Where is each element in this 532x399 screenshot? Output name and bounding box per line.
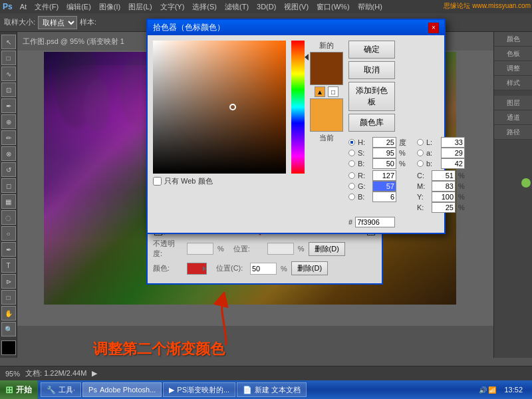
a-input[interactable] xyxy=(441,148,465,158)
green-radio[interactable] xyxy=(348,183,355,190)
b-radio[interactable] xyxy=(417,160,424,167)
web-safe-icon[interactable]: □ xyxy=(328,86,338,97)
menu-layer[interactable]: 图层(L) xyxy=(125,1,155,13)
l-input[interactable] xyxy=(441,137,465,148)
add-to-swatches-button[interactable]: 添加到色板 xyxy=(348,82,395,111)
y-input[interactable] xyxy=(432,192,456,202)
a-radio[interactable] xyxy=(417,150,424,156)
taskbar-item-gradient[interactable]: ▶ PS渐变映射的... xyxy=(163,382,235,397)
eyedropper-tool[interactable]: ✒ xyxy=(1,98,16,113)
eraser-tool[interactable]: ◻ xyxy=(1,178,16,193)
taskbar: ⊞ 开始 🔧 工具· Ps Adobe Photosh... ▶ PS渐变映射的… xyxy=(0,380,532,399)
blur-tool[interactable]: ◌ xyxy=(1,210,16,225)
hue-input[interactable]: 25 xyxy=(372,137,396,148)
menu-edit[interactable]: 编辑(E) xyxy=(63,1,94,13)
web-color-checkbox[interactable] xyxy=(153,177,162,186)
dodge-tool[interactable]: ○ xyxy=(1,226,16,241)
menu-select[interactable]: 选择(S) xyxy=(189,1,220,13)
delete-color-button[interactable]: 删除(D) xyxy=(291,261,328,275)
m-input[interactable] xyxy=(432,181,456,192)
menu-view[interactable]: 视图(V) xyxy=(281,1,312,13)
taskbar-item-tools[interactable]: 🔧 工具· xyxy=(41,382,81,397)
color-library-button[interactable]: 颜色库 xyxy=(348,114,395,132)
hue-slider[interactable] xyxy=(291,41,305,174)
fg-color[interactable] xyxy=(1,340,16,355)
menu-window[interactable]: 窗口(W%) xyxy=(313,1,353,13)
history-brush[interactable]: ↺ xyxy=(1,162,16,177)
adjustments-panel[interactable]: 调整 xyxy=(494,61,532,76)
status-bar: 95% 文档: 1.22M/2.44M ▶ xyxy=(0,366,532,380)
pen-tool[interactable]: ✒ xyxy=(1,242,16,257)
gamut-warning-icon[interactable]: ▲ xyxy=(315,86,325,97)
layers-panel[interactable]: 图层 xyxy=(494,96,532,110)
shape-tool[interactable]: □ xyxy=(1,290,16,305)
hsb-rgb-column: H: 25 度 S: 95 % B: 5 xyxy=(348,137,406,213)
new-color-label: 新的 xyxy=(310,41,343,51)
menu-file[interactable]: 文件(F) xyxy=(31,1,62,13)
color-stop-swatch[interactable] xyxy=(187,263,207,275)
c-input[interactable] xyxy=(432,170,456,181)
red-radio[interactable] xyxy=(348,172,355,179)
marquee-tool[interactable]: □ xyxy=(1,51,16,65)
blue-radio[interactable] xyxy=(348,194,355,200)
brightness-input[interactable]: 50 xyxy=(372,158,396,169)
opacity-input[interactable] xyxy=(187,243,213,255)
path-select[interactable]: ⊳ xyxy=(1,274,16,289)
cancel-button[interactable]: 取消 xyxy=(348,61,395,79)
dialog-close-button[interactable]: × xyxy=(428,23,439,33)
clone-tool[interactable]: ⊗ xyxy=(1,146,16,161)
red-input[interactable] xyxy=(372,170,396,181)
menu-filter[interactable]: 滤镜(T) xyxy=(221,1,252,13)
current-color-label: 当前 xyxy=(310,133,343,143)
menu-3d[interactable]: 3D(D) xyxy=(253,2,279,11)
ok-button[interactable]: 确定 xyxy=(348,41,395,59)
a-label: a: xyxy=(426,149,438,157)
menu-type[interactable]: 文字(Y) xyxy=(157,1,188,13)
a-row: a: xyxy=(417,148,465,158)
hue-slider-container xyxy=(291,41,305,174)
hue-radio[interactable] xyxy=(348,139,355,146)
color-panel2[interactable]: 色板 xyxy=(494,47,532,61)
blue-row: B: xyxy=(348,192,406,202)
start-button[interactable]: ⊞ 开始 xyxy=(0,380,38,399)
green-row: G: xyxy=(348,181,406,192)
menu-image[interactable]: 图像(I) xyxy=(96,1,124,13)
color-swatch-arrow xyxy=(203,266,206,271)
l-radio[interactable] xyxy=(417,139,424,146)
sample-size-select[interactable]: 取样点 xyxy=(38,16,77,29)
menu-help[interactable]: 帮助(H) xyxy=(354,1,386,13)
lasso-tool[interactable]: ∿ xyxy=(1,66,16,81)
crop-tool[interactable]: ⊡ xyxy=(1,82,16,97)
color-position-input[interactable] xyxy=(250,263,277,275)
blue-input[interactable] xyxy=(372,192,396,202)
style-panel[interactable]: 样式 xyxy=(494,76,532,90)
annotation-container: 调整第二个渐变颜色 xyxy=(93,339,225,359)
type-tool[interactable]: T xyxy=(1,258,16,273)
paths-panel[interactable]: 路径 xyxy=(494,125,532,140)
taskbar-item-newdoc[interactable]: 📄 新建 文本文档 xyxy=(237,382,307,397)
hex-input[interactable]: 7f3906 xyxy=(355,217,395,227)
k-input[interactable] xyxy=(432,202,456,213)
green-input[interactable] xyxy=(372,181,396,192)
channels-panel[interactable]: 通道 xyxy=(494,110,532,125)
brightness-radio[interactable] xyxy=(348,160,355,167)
left-toolbar: ↖ □ ∿ ⊡ ✒ ⊕ ✏ ⊗ ↺ ◻ ▦ ◌ ○ ✒ T ⊳ □ ✋ 🔍 xyxy=(0,32,17,358)
b3-input[interactable] xyxy=(441,158,465,169)
saturation-radio[interactable] xyxy=(348,150,355,156)
c-row: C: % xyxy=(417,170,465,181)
brightness-label: B: xyxy=(358,160,370,168)
color-saturation-brightness-field[interactable] xyxy=(153,41,286,174)
brush-tool[interactable]: ✏ xyxy=(1,130,16,145)
move-tool[interactable]: ↖ xyxy=(1,35,16,49)
zoom-tool[interactable]: 🔍 xyxy=(1,322,16,336)
saturation-input[interactable]: 95 xyxy=(372,148,396,158)
c-label: C: xyxy=(417,172,429,180)
hand-tool[interactable]: ✋ xyxy=(1,306,16,321)
delete-opacity-button[interactable]: 删除(D) xyxy=(309,242,345,256)
gradient-tool[interactable]: ▦ xyxy=(1,194,16,209)
color-panel[interactable]: 颜色 xyxy=(494,32,532,47)
taskbar-item-photoshop[interactable]: Ps Adobe Photosh... xyxy=(82,382,162,397)
menu-at[interactable]: At xyxy=(17,2,30,11)
position-input1[interactable] xyxy=(267,243,294,255)
healing-tool[interactable]: ⊕ xyxy=(1,114,16,129)
